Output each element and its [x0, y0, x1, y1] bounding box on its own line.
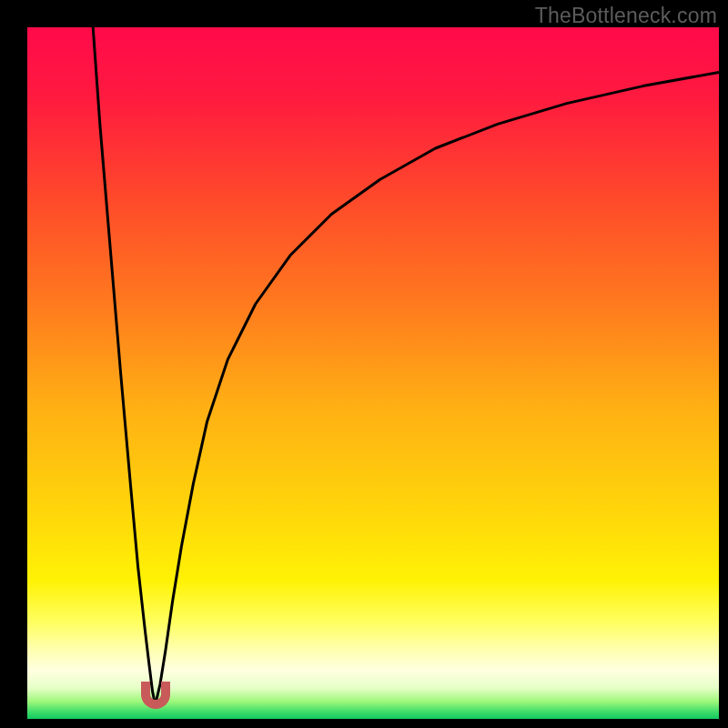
- chart-frame: TheBottleneck.com: [0, 0, 728, 728]
- curve-right: [156, 72, 719, 704]
- watermark-text: TheBottleneck.com: [535, 4, 717, 28]
- plot-area: [27, 27, 719, 719]
- curve-left: [93, 27, 155, 705]
- curve-layer: [27, 27, 719, 719]
